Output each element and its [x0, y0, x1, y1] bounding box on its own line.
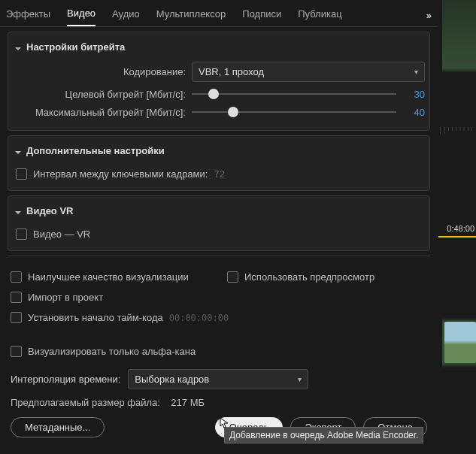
best-quality-label: Наилучшее качество визуализации: [28, 271, 189, 283]
mouse-cursor-icon: [220, 417, 232, 429]
vr-title: Видео VR: [26, 205, 73, 216]
chevron-down-icon: [14, 44, 22, 51]
divider: [8, 256, 430, 256]
set-timecode-start-label: Установить начало тайм-кода: [28, 312, 163, 323]
target-bitrate-label: Целевой битрейт [Мбит/с]:: [13, 89, 192, 100]
estimated-size-label: Предполагаемый размер файла:: [11, 397, 160, 408]
timeline-ticks: | | | | | | | | | | |: [440, 126, 476, 134]
slider-thumb[interactable]: [208, 89, 219, 99]
tab-audio[interactable]: Аудио: [112, 5, 140, 26]
use-preview-label: Использовать предпросмотр: [244, 271, 374, 283]
advanced-title: Дополнительные настройки: [26, 145, 165, 156]
metadata-button[interactable]: Метаданные...: [11, 417, 105, 437]
bottom-options: Наилучшее качество визуализации Использо…: [0, 259, 438, 445]
vr-video-checkbox[interactable]: [16, 229, 27, 240]
keyframe-interval-label: Интервал между ключевыми кадрами:: [33, 168, 208, 180]
tab-captions[interactable]: Подписи: [242, 5, 281, 26]
bitrate-header[interactable]: Настройки битрейта: [13, 38, 425, 56]
queue-button-tooltip: Добавление в очередь Adobe Media Encoder…: [224, 427, 423, 443]
use-preview-checkbox[interactable]: [227, 271, 238, 283]
time-interpolation-value: Выборка кадров: [135, 374, 209, 385]
chevron-down-icon: ▾: [298, 375, 302, 383]
estimated-size-row: Предполагаемый размер файла: 217 МБ: [11, 397, 427, 408]
encoding-label: Кодирование:: [13, 66, 192, 77]
slider-track: [192, 111, 396, 113]
export-settings-panel: Эффекты Видео Аудио Мультиплексор Подпис…: [0, 0, 438, 454]
best-quality-checkbox[interactable]: [11, 271, 22, 283]
slider-thumb[interactable]: [228, 107, 238, 117]
max-bitrate-slider[interactable]: [192, 106, 396, 118]
chevron-down-icon: [14, 147, 22, 155]
target-bitrate-value[interactable]: 30: [402, 89, 425, 100]
vr-video-label: Видео — VR: [33, 229, 90, 240]
bitrate-section: Настройки битрейта Кодирование: VBR, 1 п…: [8, 32, 430, 131]
tab-video[interactable]: Видео: [67, 5, 96, 26]
estimated-size-value: 217 МБ: [171, 397, 205, 408]
keyframe-interval-value: 72: [214, 168, 224, 180]
alpha-only-label: Визуализировать только альфа-кана: [28, 346, 196, 357]
keyframe-interval-checkbox[interactable]: [16, 168, 27, 180]
target-bitrate-slider[interactable]: [192, 88, 396, 100]
time-interpolation-select[interactable]: Выборка кадров ▾: [128, 369, 308, 389]
encoding-value: VBR, 1 проход: [199, 66, 264, 77]
bitrate-title: Настройки битрейта: [26, 41, 125, 53]
import-project-checkbox[interactable]: [11, 292, 22, 303]
timeline-work-area: [438, 236, 476, 238]
tab-effects[interactable]: Эффекты: [6, 5, 50, 26]
tab-publish[interactable]: Публикац: [298, 5, 341, 26]
encoding-select[interactable]: VBR, 1 проход ▾: [192, 62, 425, 82]
tabs-overflow-icon[interactable]: »: [426, 10, 432, 21]
timeline-timecode: 0:48:00: [445, 222, 476, 235]
chevron-down-icon: [14, 207, 22, 215]
import-project-label: Импорт в проект: [28, 292, 103, 303]
vr-section: Видео VR Видео — VR: [8, 195, 430, 251]
advanced-section: Дополнительные настройки Интервал между …: [8, 135, 430, 191]
preview-thumbnail: [444, 322, 476, 363]
max-bitrate-value[interactable]: 40: [402, 107, 425, 118]
chevron-down-icon: ▾: [414, 68, 418, 76]
alpha-only-checkbox[interactable]: [11, 346, 22, 357]
set-timecode-start-checkbox[interactable]: [11, 312, 22, 323]
vr-header[interactable]: Видео VR: [13, 202, 425, 219]
settings-tabs: Эффекты Видео Аудио Мультиплексор Подпис…: [0, 0, 438, 27]
time-interpolation-label: Интерполяция времени:: [11, 374, 120, 385]
tab-multiplexer[interactable]: Мультиплексор: [156, 5, 226, 26]
slider-track: [192, 93, 396, 95]
max-bitrate-label: Максимальный битрейт [Мбит/с]:: [13, 107, 192, 118]
advanced-header[interactable]: Дополнительные настройки: [13, 142, 425, 159]
timecode-value: 00:00:00:00: [169, 313, 229, 323]
